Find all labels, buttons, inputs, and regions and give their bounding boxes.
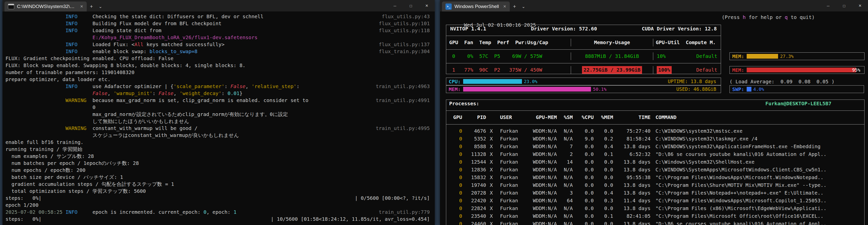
maximize-button[interactable]: □ — [836, 0, 852, 11]
nvitop-status-line: Wed Jul 02 01:00:16 2025 (Press h for he… — [446, 13, 865, 21]
process-cell: Furkan — [497, 150, 524, 158]
process-row: 019740XFurkanWDDM:N/AN/A0.00.013.8 days"… — [446, 181, 864, 189]
process-col-header: %MEM — [594, 113, 613, 121]
process-cell: WDDM:N/A — [524, 174, 557, 181]
terminal-line: FLUX: Gradient checkpointing enabled. CP… — [5, 55, 432, 62]
process-command: C:\Windows\System32\ShellHost.exe — [651, 158, 864, 166]
process-cell: X — [486, 135, 497, 143]
process-row: 012544XFurkanWDDM:N/A140.00.013.8 daysC:… — [446, 158, 864, 166]
close-button[interactable]: ✕ — [852, 0, 868, 11]
process-col-header: GPU — [446, 113, 462, 121]
process-cell: N/A — [557, 127, 573, 135]
process-cell: 13.8 days — [613, 181, 651, 189]
process-cell: 0.3 — [594, 197, 613, 204]
process-cell: X — [486, 158, 497, 166]
process-cell: X — [486, 189, 497, 197]
device-table-header: GPU Fan Temp Perf Pwr:Usg/Cap Memory-Usa… — [446, 39, 721, 47]
new-tab-button[interactable]: + — [510, 1, 519, 11]
process-cell: Furkan — [497, 158, 524, 166]
terminal-line: して無効にしたほうがいいかもしれません — [5, 118, 432, 125]
process-cell: WDDM:N/A — [524, 189, 557, 197]
nvitop-process-panel: Processes: Furkan@DESKTOP-LEEL5B7 GPUPID… — [446, 100, 865, 225]
process-cell: 0 — [446, 204, 462, 212]
process-cell: 22824 — [462, 204, 486, 212]
process-cell: X — [486, 197, 497, 204]
process-cell: WDDM:N/A — [524, 212, 557, 220]
terminal-line: running training / 学習開始 — [5, 146, 432, 153]
terminal-line: steps: 0%|| 10/5600 [01:58<18:24:12, 11.… — [5, 216, 432, 223]
process-row: 015832XFurkanWDDM:N/AN/A0.00.095:55:38"C… — [446, 174, 864, 181]
new-tab-button[interactable]: + — [87, 1, 96, 11]
process-cell: 95:55:38 — [613, 174, 651, 181]
nvitop-terminal[interactable]: Wed Jul 02 01:00:16 2025 (Press h for he… — [440, 11, 868, 225]
processes-title: Processes: — [449, 100, 479, 108]
process-cell: Furkan — [497, 204, 524, 212]
tab-powershell[interactable]: >_ Windows PowerShell ✕ — [442, 1, 510, 11]
tab-cmd[interactable]: C:\WINDOWS\system32\cmd. ✕ — [4, 1, 87, 11]
gpu-memory-bars: MEM:27.3%MEM:95% — [730, 25, 865, 74]
process-row: 04676XFurkanWDDM:N/AN/A0.00.075:27:40C:\… — [446, 127, 864, 135]
divider — [446, 60, 721, 66]
process-cell: Furkan — [497, 220, 524, 225]
terminal-line: prepare optimizer, data loader etc. — [5, 76, 432, 83]
process-cell: 11328 — [462, 150, 486, 158]
load-average: ( Load Average: 0.09 0.08 0.05 ) — [730, 79, 834, 85]
process-cell: 0 — [446, 127, 462, 135]
terminal-line: epoch 1/200 — [5, 201, 432, 208]
process-cell: 0.0 — [573, 174, 594, 181]
process-cell: N/A — [557, 174, 573, 181]
tab-title: C:\WINDOWS\system32\cmd. — [17, 4, 76, 9]
process-cell: X — [486, 204, 497, 212]
minimize-button[interactable]: ─ — [820, 0, 836, 11]
window-controls: ─ □ ✕ — [387, 0, 435, 11]
cmd-icon — [8, 4, 14, 9]
terminal-line: 2025-07-02 00:58:25 INFO epoch is increm… — [5, 208, 432, 216]
process-cell: X — [486, 174, 497, 181]
process-cell: 0 — [446, 197, 462, 204]
process-command: C:\WINDOWS\system32\taskmgr.exe /4 — [651, 135, 864, 143]
tab-dropdown-icon[interactable]: ⌄ — [519, 1, 528, 11]
clock-text: Wed Jul 02 01:00:16 2025 — [464, 22, 536, 28]
maximize-button[interactable]: □ — [403, 0, 419, 11]
tab-close-icon[interactable]: ✕ — [79, 4, 83, 9]
process-cell: N/A — [557, 166, 573, 174]
process-cell: 0 — [446, 189, 462, 197]
cpu-bar: CPU:23.0%UPTIME: 13.8 days — [446, 78, 721, 85]
close-button[interactable]: ✕ — [419, 0, 435, 11]
terminal-line: num batches per epoch / 1epochのバッチ数: 28 — [5, 160, 432, 167]
device-section: NVITOP 1.4.1 Driver Version: 572.60 CUDA… — [446, 25, 865, 74]
cpu-status-row: CPU:23.0%UPTIME: 13.8 days ( Load Averag… — [446, 78, 865, 85]
process-cell: WDDM:N/A — [524, 150, 557, 158]
process-cell: Furkan — [497, 135, 524, 143]
process-cell: Furkan — [497, 189, 524, 197]
process-col-header: TIME — [613, 113, 651, 121]
terminal-line: steps: 0%|| 0/5600 [00:00<?, ?it/s] — [5, 195, 432, 201]
terminal-line: INFO Building Flux model dev from BFL ch… — [5, 20, 432, 27]
process-cell: X — [486, 143, 497, 150]
tab-close-icon[interactable]: ✕ — [501, 4, 506, 9]
process-cell: WDDM:N/A — [524, 220, 557, 225]
process-cell: 23540 — [462, 212, 486, 220]
nvitop-device-panel: NVITOP 1.4.1 Driver Version: 572.60 CUDA… — [446, 25, 721, 74]
process-cell: WDDM:N/A — [524, 143, 557, 150]
terminal-line: WARNING because max_grad_norm is set, cl… — [5, 97, 432, 104]
driver-version: Driver Version: 572.60 — [531, 25, 597, 33]
cmd-terminal-output[interactable]: INFO Checking the state dict: Diffusers … — [2, 11, 435, 223]
process-col-header: GPU-MEM — [524, 113, 557, 121]
process-command: "C:\Program Files\Shure\MOTIV Mix\MOTIV … — [651, 181, 864, 189]
process-cell: 15832 — [462, 174, 486, 181]
col-memory-usage: Memory-Usage — [571, 39, 653, 47]
minimize-button[interactable]: ─ — [387, 0, 403, 11]
swap-bar: SWP:4.0% — [730, 85, 864, 93]
process-cell: 0.1 — [594, 212, 613, 220]
process-command: "C:\Program Files\WindowsApps\Microsoft.… — [651, 174, 864, 181]
terminal-line: INFO use Adafactor optimizer | {'scale_p… — [5, 83, 432, 90]
process-row: 022824XFurkanWDDM:N/AN/A0.00.013.8 days"… — [446, 204, 864, 212]
tab-dropdown-icon[interactable]: ⌄ — [96, 1, 105, 11]
col-gpu-util: GPU-Util Compute M. — [653, 39, 721, 47]
process-cell: 0.0 — [573, 189, 594, 197]
process-cell: N/A — [557, 204, 573, 212]
process-cell: 0 — [446, 212, 462, 220]
process-cell: 0.0 — [573, 143, 594, 150]
process-cell: 0.0 — [594, 166, 613, 174]
